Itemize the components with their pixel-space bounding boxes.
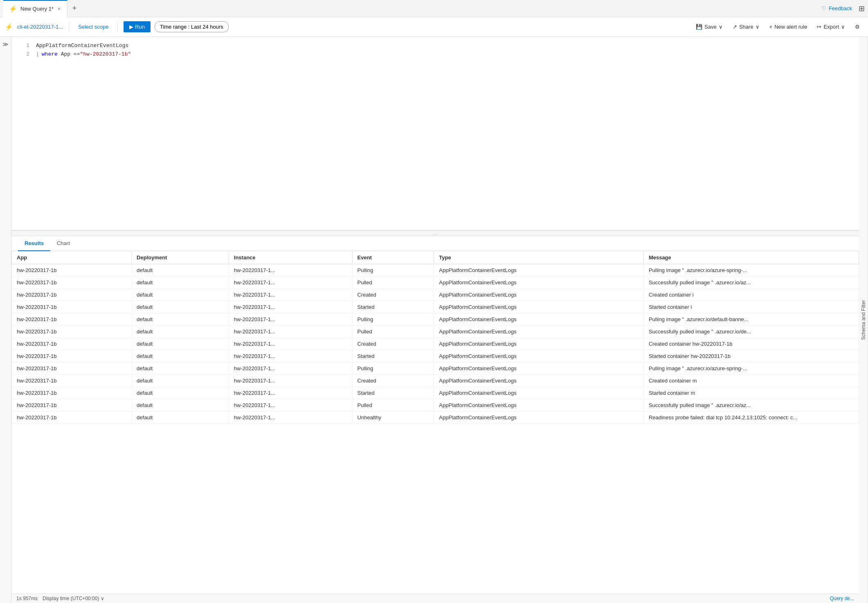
share-button[interactable]: ↗ Share ∨ bbox=[729, 22, 763, 32]
filter-button[interactable]: ⚙ bbox=[852, 22, 863, 32]
cell-app: hw-20220317-1b bbox=[12, 277, 132, 289]
cell-type: AppPlatformContainerEventLogs bbox=[434, 338, 644, 350]
feedback-button[interactable]: ♡ Feedback bbox=[821, 5, 852, 11]
table-body: hw-20220317-1bdefaulthw-20220317-1...Pul… bbox=[12, 264, 859, 424]
cell-app: hw-20220317-1b bbox=[12, 289, 132, 301]
results-table-container[interactable]: App Deployment Instance Event Type Messa… bbox=[11, 251, 859, 594]
cell-app: hw-20220317-1b bbox=[12, 399, 132, 412]
results-tabs: Results Chart bbox=[11, 236, 859, 251]
query-tab-icon: ⚡ bbox=[9, 5, 17, 13]
cell-deployment: default bbox=[132, 412, 229, 424]
add-tab-button[interactable]: + bbox=[67, 0, 81, 17]
table-row[interactable]: hw-20220317-1bdefaulthw-20220317-1...Pul… bbox=[12, 277, 859, 289]
cell-type: AppPlatformContainerEventLogs bbox=[434, 289, 644, 301]
export-dropdown-icon: ∨ bbox=[841, 24, 845, 30]
cell-message: Started container hw-20220317-1b bbox=[643, 350, 859, 362]
schema-sidebar[interactable]: Schema and Filter bbox=[859, 37, 868, 603]
query-tab[interactable]: ⚡ New Query 1* × bbox=[3, 0, 67, 17]
cell-app: hw-20220317-1b bbox=[12, 326, 132, 338]
time-range-button[interactable]: Time range : Last 24 hours bbox=[155, 21, 229, 32]
cell-deployment: default bbox=[132, 264, 229, 277]
cell-message: Pulling image " .azurecr.io/azure-spring… bbox=[643, 362, 859, 375]
filter-icon: ⚙ bbox=[855, 24, 860, 30]
code-editor[interactable]: 1 AppPlatformContainerEventLogs 2 | wher… bbox=[11, 37, 859, 230]
cell-deployment: default bbox=[132, 350, 229, 362]
new-alert-plus-icon: + bbox=[769, 24, 773, 30]
cell-instance: hw-20220317-1... bbox=[229, 326, 352, 338]
cell-app: hw-20220317-1b bbox=[12, 301, 132, 313]
cell-message: Successfully pulled image " .azurecr.io/… bbox=[643, 326, 859, 338]
cell-instance: hw-20220317-1... bbox=[229, 375, 352, 387]
toolbar-left: ⚡ cli-et-20220317-1... Select scope ▶ Ru… bbox=[5, 21, 229, 32]
cell-message: Pulling image " .azurecr.io/default-bann… bbox=[643, 313, 859, 326]
scope-divider-2 bbox=[117, 22, 118, 32]
tab-results[interactable]: Results bbox=[18, 236, 50, 251]
export-button[interactable]: ↦ Export ∨ bbox=[814, 22, 848, 32]
toolbar-right: 💾 Save ∨ ↗ Share ∨ + New alert rule ↦ Ex… bbox=[693, 22, 863, 32]
line-number-1: 1 bbox=[18, 42, 29, 50]
cell-app: hw-20220317-1b bbox=[12, 412, 132, 424]
grid-icon[interactable]: ⊞ bbox=[859, 4, 865, 13]
status-left: 1s 957ms Display time (UTC+00:00) ∨ bbox=[16, 596, 104, 601]
cell-event: Pulled bbox=[352, 399, 434, 412]
query-details-link[interactable]: Query de... bbox=[830, 596, 854, 601]
chevron-right-icon: ≫ bbox=[2, 41, 9, 47]
tab-bar: ⚡ New Query 1* × + ♡ Feedback ⊞ bbox=[0, 0, 868, 17]
query-tab-title: New Query 1* bbox=[20, 6, 54, 12]
cell-app: hw-20220317-1b bbox=[12, 362, 132, 375]
cell-event: Created bbox=[352, 289, 434, 301]
results-panel: Results Chart App Deployment Instance Ev… bbox=[11, 236, 859, 603]
resize-dots: ... bbox=[432, 231, 439, 236]
table-row[interactable]: hw-20220317-1bdefaulthw-20220317-1...Pul… bbox=[12, 326, 859, 338]
cell-event: Created bbox=[352, 338, 434, 350]
table-row[interactable]: hw-20220317-1bdefaulthw-20220317-1...Cre… bbox=[12, 338, 859, 350]
resize-handle[interactable]: ... bbox=[11, 230, 859, 236]
feedback-heart-icon: ♡ bbox=[821, 5, 826, 11]
cell-deployment: default bbox=[132, 387, 229, 399]
cell-deployment: default bbox=[132, 326, 229, 338]
cell-instance: hw-20220317-1... bbox=[229, 399, 352, 412]
table-row[interactable]: hw-20220317-1bdefaulthw-20220317-1...Pul… bbox=[12, 362, 859, 375]
code-string-value: "hw-20220317-1b" bbox=[80, 50, 131, 59]
cell-instance: hw-20220317-1... bbox=[229, 412, 352, 424]
cell-deployment: default bbox=[132, 338, 229, 350]
col-header-type: Type bbox=[434, 251, 644, 264]
cell-message: Started container i bbox=[643, 301, 859, 313]
table-row[interactable]: hw-20220317-1bdefaulthw-20220317-1...Cre… bbox=[12, 375, 859, 387]
table-row[interactable]: hw-20220317-1bdefaulthw-20220317-1...Pul… bbox=[12, 313, 859, 326]
sidebar-toggle-button[interactable]: ≫ bbox=[0, 37, 11, 603]
tab-chart[interactable]: Chart bbox=[50, 236, 76, 251]
table-row[interactable]: hw-20220317-1bdefaulthw-20220317-1...Pul… bbox=[12, 399, 859, 412]
cell-event: Started bbox=[352, 301, 434, 313]
cell-instance: hw-20220317-1... bbox=[229, 264, 352, 277]
select-scope-button[interactable]: Select scope bbox=[75, 22, 112, 32]
schema-label: Schema and Filter bbox=[861, 300, 866, 340]
code-line-2: 2 | where App == "hw-20220317-1b" bbox=[18, 50, 852, 59]
display-time-button[interactable]: Display time (UTC+00:00) ∨ bbox=[43, 596, 104, 601]
cell-type: AppPlatformContainerEventLogs bbox=[434, 264, 644, 277]
cell-deployment: default bbox=[132, 399, 229, 412]
close-tab-button[interactable]: × bbox=[57, 5, 61, 13]
scope-divider bbox=[69, 22, 69, 32]
export-label: Export bbox=[823, 24, 839, 30]
cell-app: hw-20220317-1b bbox=[12, 313, 132, 326]
col-header-deployment: Deployment bbox=[132, 251, 229, 264]
cell-event: Started bbox=[352, 387, 434, 399]
table-row[interactable]: hw-20220317-1bdefaulthw-20220317-1...Unh… bbox=[12, 412, 859, 424]
run-button[interactable]: ▶ Run bbox=[124, 21, 150, 32]
code-text-1: AppPlatformContainerEventLogs bbox=[36, 42, 128, 50]
cell-type: AppPlatformContainerEventLogs bbox=[434, 301, 644, 313]
table-row[interactable]: hw-20220317-1bdefaulthw-20220317-1...Pul… bbox=[12, 264, 859, 277]
cell-instance: hw-20220317-1... bbox=[229, 313, 352, 326]
save-label: Save bbox=[704, 24, 717, 30]
tab-bar-right: ♡ Feedback ⊞ bbox=[821, 4, 865, 13]
table-row[interactable]: hw-20220317-1bdefaulthw-20220317-1...Sta… bbox=[12, 387, 859, 399]
table-row[interactable]: hw-20220317-1bdefaulthw-20220317-1...Sta… bbox=[12, 350, 859, 362]
table-row[interactable]: hw-20220317-1bdefaulthw-20220317-1...Sta… bbox=[12, 301, 859, 313]
save-button[interactable]: 💾 Save ∨ bbox=[693, 22, 726, 32]
scope-name[interactable]: cli-et-20220317-1... bbox=[17, 24, 63, 30]
cell-deployment: default bbox=[132, 375, 229, 387]
table-row[interactable]: hw-20220317-1bdefaulthw-20220317-1...Cre… bbox=[12, 289, 859, 301]
new-alert-button[interactable]: + New alert rule bbox=[766, 22, 811, 32]
display-time-dropdown-icon: ∨ bbox=[101, 596, 104, 601]
